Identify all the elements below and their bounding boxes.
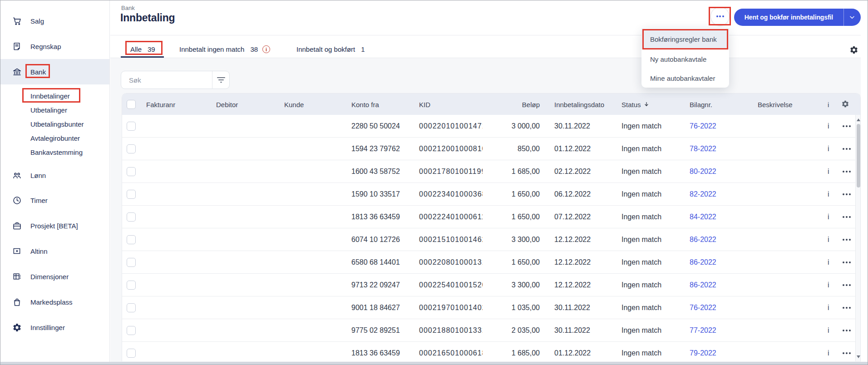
context-menu: Bokføringsregler bankNy autobankavtaleMi…	[641, 28, 729, 88]
sidebar-item-briefcase[interactable]: Prosjekt [BETA]	[0, 213, 109, 238]
info-icon[interactable]: i	[262, 45, 270, 53]
row-actions-button[interactable]	[838, 212, 855, 222]
altinn-icon	[12, 246, 22, 256]
row-actions-button[interactable]	[838, 143, 855, 154]
bilagnr-link[interactable]: 86-2022	[690, 236, 716, 244]
tab-innbetalt-ingen-match[interactable]: Innbetalt ingen match 38 i	[179, 41, 270, 58]
table-row: 1813 36 63459 000222401000611 1 650,00 0…	[122, 206, 860, 228]
briefcase-icon	[12, 221, 22, 231]
bilagnr-link[interactable]: 79-2022	[690, 349, 716, 357]
col-innbetalingsdato[interactable]: Innbetalingsdato	[554, 100, 604, 108]
table-row: 6580 68 14401 000220801000131 1 650,00 1…	[122, 251, 860, 274]
table-row: 6074 10 12726 000215101001462 3 300,00 1…	[122, 228, 860, 251]
payments-table: Fakturanr Debitor Kunde Konto fra KID Be…	[122, 93, 861, 361]
col-status[interactable]: Status	[621, 100, 649, 108]
col-debitor[interactable]: Debitor	[216, 100, 238, 108]
sidebar-item-people[interactable]: Lønn	[0, 163, 109, 188]
row-checkbox[interactable]	[127, 349, 136, 358]
sidebar-subitem-innbetalinger[interactable]: Innbetalinger	[0, 89, 109, 103]
breadcrumb[interactable]: Bank	[121, 5, 135, 11]
bilagnr-link[interactable]: 77-2022	[690, 326, 716, 335]
table-row: 9001 18 84627 000219701001402 1 035,00 3…	[122, 296, 860, 319]
row-actions-button[interactable]	[838, 302, 855, 313]
row-actions-button[interactable]	[838, 166, 855, 177]
row-checkbox[interactable]	[127, 258, 136, 267]
row-actions-button[interactable]	[838, 121, 855, 132]
cart-icon	[12, 16, 22, 26]
status-text: Ingen match	[621, 304, 661, 312]
row-checkbox[interactable]	[127, 167, 136, 176]
page: SalgRegnskapBankLønnTimerProsjekt [BETA]…	[0, 0, 868, 365]
row-actions-button[interactable]	[838, 257, 855, 268]
sidebar-item-gear[interactable]: Innstillinger	[0, 315, 109, 340]
more-options-button[interactable]	[710, 7, 730, 26]
select-all-checkbox[interactable]	[127, 100, 136, 109]
status-text: Ingen match	[621, 281, 661, 289]
sidebar-subitem-bankavstemming[interactable]: Bankavstemming	[0, 145, 109, 159]
bank-icon	[12, 67, 22, 77]
bilagnr-link[interactable]: 86-2022	[690, 281, 716, 289]
row-checkbox[interactable]	[127, 122, 136, 131]
col-kid[interactable]: KID	[419, 100, 430, 108]
table-row: 2280 50 50024 000220101001471 3 000,00 3…	[122, 115, 860, 138]
scroll-thumb[interactable]	[857, 124, 860, 187]
search-box[interactable]: Søk	[121, 71, 230, 89]
row-checkbox[interactable]	[127, 281, 136, 290]
row-actions-button[interactable]	[838, 348, 855, 359]
row-checkbox[interactable]	[127, 190, 136, 199]
scroll-down-arrow[interactable]	[857, 355, 860, 358]
col-fakturanr[interactable]: Fakturanr	[146, 100, 175, 108]
menu-item[interactable]: Bokføringsregler bank	[641, 29, 729, 49]
table-row: 9713 22 09247 000225401001520 3 300,00 1…	[122, 274, 860, 296]
sidebar-subitem-utbetalingsbunter[interactable]: Utbetalingsbunter	[0, 117, 109, 131]
row-actions-button[interactable]	[838, 234, 855, 245]
chevron-down-icon[interactable]	[843, 9, 861, 26]
sidebar-subitem-avtalegirobunter[interactable]: Avtalegirobunter	[0, 131, 109, 145]
table-scrollbar[interactable]	[855, 115, 861, 361]
row-checkbox[interactable]	[127, 212, 136, 222]
bilagnr-link[interactable]: 78-2022	[690, 145, 716, 153]
menu-item[interactable]: Mine autobankavtaler	[641, 69, 729, 89]
row-actions-button[interactable]	[838, 280, 855, 291]
col-konto-fra[interactable]: Konto fra	[351, 100, 379, 108]
sidebar-subitem-utbetalinger[interactable]: Utbetalinger	[0, 103, 109, 117]
status-text: Ingen match	[621, 213, 661, 221]
bilagnr-link[interactable]: 86-2022	[690, 258, 716, 266]
bilagnr-link[interactable]: 84-2022	[690, 213, 716, 221]
row-checkbox[interactable]	[127, 235, 136, 244]
row-checkbox[interactable]	[127, 303, 136, 312]
sidebar-item-bag[interactable]: Markedsplass	[0, 289, 109, 315]
row-actions-button[interactable]	[838, 189, 855, 200]
col-bilagnr[interactable]: Bilagnr.	[690, 100, 712, 108]
col-beskrivelse[interactable]: Beskrivelse	[758, 100, 793, 108]
settings-gear-icon[interactable]	[849, 45, 858, 54]
filter-icon[interactable]	[212, 71, 230, 89]
table-row: 1590 10 33517 000223401000368 1 650,00 0…	[122, 183, 860, 206]
status-text: Ingen match	[621, 258, 661, 266]
bilagnr-link[interactable]: 76-2022	[690, 304, 716, 312]
scroll-up-arrow[interactable]	[857, 118, 860, 121]
menu-item[interactable]: Ny autobankavtale	[641, 49, 729, 69]
row-checkbox[interactable]	[127, 144, 136, 153]
bottom-strip	[0, 362, 868, 365]
primary-button[interactable]: Hent og bokfør innbetalingsfil	[734, 9, 861, 26]
table-settings-icon[interactable]	[841, 100, 849, 108]
sidebar-item-clock[interactable]: Timer	[0, 187, 109, 213]
col-belop[interactable]: Beløp	[485, 100, 540, 108]
sidebar-item-bank[interactable]: Bank	[0, 59, 109, 84]
row-checkbox[interactable]	[127, 326, 136, 335]
sidebar-item-altinn[interactable]: Altinn	[0, 238, 109, 264]
row-actions-button[interactable]	[838, 325, 855, 336]
bilagnr-link[interactable]: 82-2022	[690, 190, 716, 198]
sidebar-item-cart[interactable]: Salg	[0, 8, 109, 34]
search-placeholder: Søk	[129, 76, 141, 84]
col-kunde[interactable]: Kunde	[284, 100, 304, 108]
bilagnr-link[interactable]: 76-2022	[690, 122, 716, 130]
bilagnr-link[interactable]: 80-2022	[690, 168, 716, 176]
tab-alle[interactable]: Alle 39	[130, 41, 155, 58]
sidebar-item-grid[interactable]: Dimensjoner	[0, 264, 109, 289]
tab-innbetalt-og-bokfort[interactable]: Innbetalt og bokført 1	[296, 41, 365, 58]
sidebar-item-ledger[interactable]: Regnskap	[0, 34, 109, 59]
bag-icon	[12, 297, 22, 307]
table-row: 1813 36 63459 000216501000618 1 685,00 0…	[122, 342, 860, 361]
